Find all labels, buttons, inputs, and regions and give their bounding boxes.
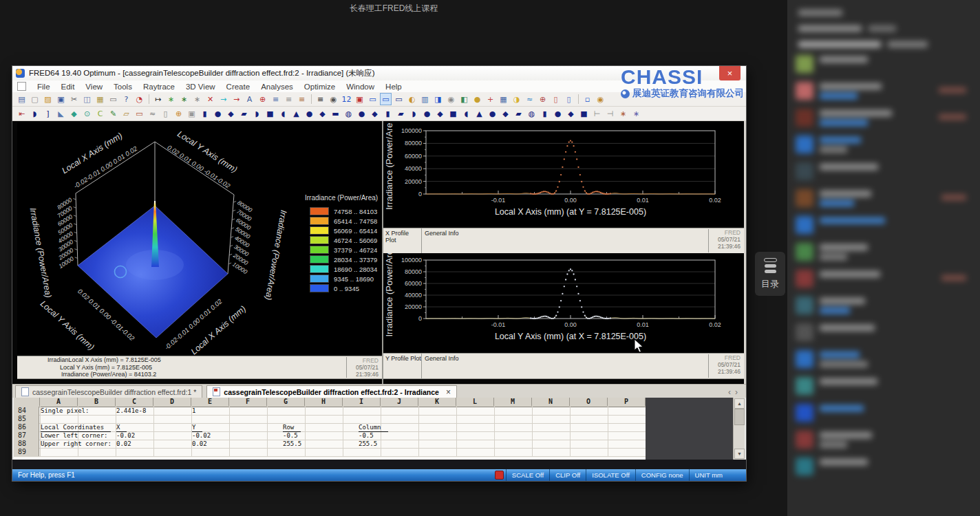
cell-C88[interactable]: 0.02 [116, 440, 131, 448]
sidebar-list-item[interactable] [796, 297, 972, 316]
prism-icon[interactable]: ◣ [56, 108, 66, 119]
y-profile-tab[interactable]: Y Profile Plot [383, 354, 422, 378]
scroll-down-arrow[interactable]: ▼ [734, 449, 745, 459]
tick-right-icon[interactable]: ⊣ [605, 108, 615, 119]
document-tab-1[interactable]: cassegrainTelescopeBuilder diffraction e… [15, 385, 202, 398]
navy-shape-icon[interactable]: ◆ [435, 108, 445, 119]
navy-shape-icon[interactable]: ● [356, 108, 367, 119]
navy-shape-icon[interactable]: ■ [579, 108, 589, 119]
tick-left-icon[interactable]: ⊢ [592, 108, 602, 119]
sidebar-list-item[interactable] [796, 270, 972, 289]
cell-E84[interactable]: 1 [192, 407, 195, 415]
cell-I87[interactable]: -0.5 [359, 431, 374, 440]
target-2-icon[interactable]: ⊕ [537, 94, 548, 105]
navy-shape-icon[interactable]: ● [304, 108, 315, 119]
insert-surface-icon[interactable]: ⇤ [17, 108, 27, 119]
cell-E87[interactable]: -0.02 [192, 431, 211, 440]
navy-shape-icon[interactable]: ◗ [252, 108, 262, 119]
sidebar-list-item[interactable] [796, 377, 972, 396]
navy-shape-icon[interactable]: ● [487, 108, 498, 119]
pencil-icon[interactable]: ✎ [108, 108, 118, 119]
cube-view-icon[interactable]: ◧ [459, 94, 469, 105]
curve-icon[interactable]: C [95, 108, 105, 119]
render-view-active-icon[interactable]: ▭ [381, 94, 391, 105]
navy-shape-icon[interactable]: ▬ [330, 108, 341, 119]
navy-shape-icon[interactable]: ▮ [540, 108, 550, 119]
render-view-icon[interactable]: ▭ [368, 94, 378, 105]
context-help-icon[interactable]: ? [121, 94, 131, 105]
sidebar-list-item[interactable] [796, 243, 972, 262]
red-frame-icon[interactable]: ▣ [354, 94, 365, 105]
column-header-C[interactable]: C [116, 398, 153, 406]
tree-list-icon[interactable]: ≡ [270, 94, 281, 105]
navy-shape-icon[interactable]: ▮ [383, 108, 393, 119]
toc-button[interactable]: 目录 [755, 252, 785, 296]
gauge-icon[interactable]: ◔ [134, 94, 145, 105]
navy-shape-icon[interactable]: ▰ [513, 108, 524, 119]
column-header-H[interactable]: H [305, 398, 343, 406]
cell-A87[interactable]: Lower left corner: [41, 431, 108, 440]
navy-shape-icon[interactable]: ▮ [200, 108, 210, 119]
navy-shape-icon[interactable]: ◖ [461, 108, 471, 119]
navy-shape-icon[interactable]: ◖ [278, 108, 288, 119]
sidebar-list-item[interactable] [796, 404, 972, 423]
client-scroll-edge[interactable] [744, 121, 746, 384]
chart-view-icon[interactable]: ▥ [420, 94, 430, 105]
ray-step-icon[interactable]: ↦ [153, 94, 163, 105]
cell-C84[interactable]: 2.441e-8 [116, 407, 146, 415]
row-number[interactable]: 88 [14, 440, 39, 448]
document-tab-2[interactable]: cassegrainTelescopeBuilder diffraction e… [206, 385, 457, 398]
menu-file[interactable]: File [32, 83, 56, 91]
menu-tools[interactable]: Tools [108, 83, 138, 91]
wave-icon[interactable]: ≈ [524, 94, 535, 105]
navy-shape-icon[interactable]: ◆ [226, 108, 236, 119]
cell-G87[interactable]: -0.5 [283, 431, 298, 440]
print-icon[interactable]: ▭ [108, 94, 118, 105]
stop-ray-icon[interactable]: → [231, 94, 242, 105]
sidebar-list-item[interactable] [796, 350, 972, 369]
info-icon[interactable]: ◉ [595, 94, 606, 105]
column-header-E[interactable]: E [191, 398, 229, 406]
spreadsheet-scrollbar[interactable]: ▲ ▼ [733, 398, 745, 460]
advance-ray-icon[interactable]: → [218, 94, 228, 105]
column-header-I[interactable]: I [343, 398, 381, 406]
navy-shape-icon[interactable]: ◆ [566, 108, 576, 119]
video-sidebar[interactable] [787, 0, 980, 516]
menu-3d-view[interactable]: 3D View [180, 83, 221, 91]
sidebar-list-item[interactable] [796, 216, 972, 235]
sidebar-list-item[interactable] [796, 109, 972, 128]
navy-shape-icon[interactable]: ■ [265, 108, 275, 119]
column-header-P[interactable]: P [608, 398, 646, 406]
burst-blue-icon[interactable]: ∗ [631, 108, 641, 119]
output-list-icon[interactable]: ≡ [315, 94, 326, 105]
x-profile-plot-canvas[interactable]: 020000400006000080000100000-0.010.000.01… [383, 122, 744, 227]
column-header-K[interactable]: K [418, 398, 456, 406]
cell-A84[interactable]: Single pixel: [41, 407, 89, 415]
sphere-view-icon[interactable]: ● [472, 94, 482, 105]
abort-trace-icon[interactable]: ✕ [205, 94, 215, 105]
menu-analyses[interactable]: Analyses [255, 83, 299, 91]
y-profile-plot-canvas[interactable]: 020000400006000080000100000-0.010.000.01… [383, 253, 744, 352]
axes-icon[interactable]: + [485, 94, 496, 105]
doc-blue-icon[interactable]: ▯ [564, 94, 574, 105]
menu-create[interactable]: Create [221, 83, 256, 91]
tree-edit-icon[interactable]: ≡ [297, 94, 307, 105]
sidebar-list-item[interactable] [796, 189, 972, 208]
cell-G88[interactable]: 255.5 [283, 440, 301, 448]
camera-view-icon[interactable]: ◉ [446, 94, 456, 105]
column-header-A[interactable]: A [40, 398, 78, 406]
ring-node-icon[interactable]: ⊙ [82, 108, 92, 119]
menu-optimize[interactable]: Optimize [299, 83, 341, 91]
globe-icon[interactable]: ⊕ [173, 108, 184, 119]
menu-raytrace[interactable]: Raytrace [138, 83, 180, 91]
autorun-icon[interactable]: A [244, 94, 255, 105]
column-header-G[interactable]: G [267, 398, 305, 406]
plane-icon[interactable]: ▱ [121, 108, 131, 119]
half-lens-icon[interactable]: ◗ [30, 108, 40, 119]
navy-shape-icon[interactable]: ▲ [474, 108, 484, 119]
document-icon[interactable] [17, 82, 26, 91]
doc-red-icon[interactable]: ▯ [551, 94, 561, 105]
page-icon[interactable]: ▯ [160, 108, 171, 119]
cell-E88[interactable]: 0.02 [192, 440, 207, 448]
save-icon[interactable]: ▣ [56, 94, 66, 105]
